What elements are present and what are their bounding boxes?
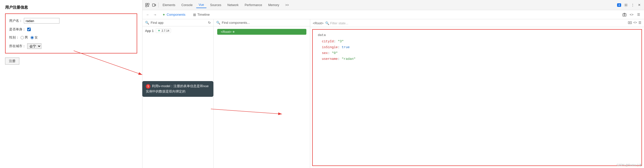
city-label: 所在城市：	[9, 44, 26, 48]
form-title: 用户注册信息	[5, 5, 137, 10]
app-1-label: App 1	[145, 29, 154, 33]
tab-timeline[interactable]: ⊞ Timeline	[190, 12, 213, 18]
state-search-icon: 🔍	[325, 21, 329, 25]
find-components-text: Find components...	[222, 21, 250, 25]
components-icon: ✦	[162, 13, 165, 17]
state-search: 🔍 Filter state...	[325, 21, 349, 25]
back-arrow[interactable]: ←	[145, 12, 151, 17]
root-button-label: <Root>	[221, 30, 232, 34]
topbar-divider-1	[158, 3, 159, 8]
left-panel: 用户注册信息 用户名： 是否单身： 性别： 男 女	[0, 0, 142, 168]
camera-icon[interactable]	[622, 12, 627, 17]
app-1-item[interactable]: App 1 ▼ 2.7.14	[143, 26, 213, 35]
tab-network[interactable]: Network	[225, 2, 241, 8]
prop-cityId: cityId: "3"	[318, 40, 636, 43]
state-root-label: <Root>	[313, 21, 324, 25]
tab-elements[interactable]: Elements	[160, 2, 178, 8]
svg-rect-11	[623, 14, 626, 16]
tab-vue[interactable]: Vue	[196, 2, 207, 8]
gender-label: 性别：	[9, 35, 19, 40]
data-section-title: data	[318, 33, 636, 37]
registration-form-box: 用户名： 是否单身： 性别： 男 女 所在城市：	[5, 13, 137, 53]
annotation-tooltip: 1利用v-model：注册的表单信息是和vue实例中的数据是双向绑定的	[142, 81, 213, 97]
state-icons: <> ☰	[628, 21, 641, 25]
devtools-panel: Elements Console Vue Sources Network Per…	[142, 0, 644, 168]
refresh-icon[interactable]: ↻	[208, 21, 211, 25]
timeline-icon: ⊞	[193, 13, 196, 17]
tooltip-number: 1	[146, 84, 150, 89]
find-app-search-icon: 🔍	[145, 21, 149, 25]
svg-point-12	[624, 14, 625, 15]
tab-sources[interactable]: Sources	[208, 2, 224, 8]
tab-more[interactable]: >>	[283, 2, 291, 8]
svg-rect-4	[148, 3, 149, 5]
submit-button[interactable]: 注册	[5, 58, 19, 65]
state-filter-text: Filter state...	[330, 21, 349, 25]
city-row: 所在城市： 会宁 北京 上海 广州	[9, 43, 133, 49]
tab-memory[interactable]: Memory	[266, 2, 282, 8]
svg-rect-13	[628, 22, 632, 24]
gender-radio-group: 男 女	[21, 35, 38, 40]
code-icon[interactable]: <>	[629, 12, 634, 17]
city-select[interactable]: 会宁 北京 上海 广州	[27, 43, 41, 49]
single-label: 是否单身：	[9, 27, 26, 32]
username-input[interactable]	[24, 18, 59, 24]
close-icon[interactable]: ✕	[636, 2, 642, 8]
components-searchbar: 🔍 Find components...	[214, 19, 310, 26]
state-camera-icon[interactable]	[628, 21, 632, 25]
gender-female-label[interactable]: 女	[30, 35, 38, 40]
components-panel: 🔍 Find components... <Root>	[214, 19, 310, 168]
root-dot	[233, 31, 234, 33]
root-button[interactable]: <Root>	[217, 29, 306, 35]
state-panel: <Root> 🔍 Filter state... <> ☰	[310, 19, 644, 168]
state-body: data cityId: "3" isSingle: true sex: "0"…	[312, 29, 642, 166]
svg-rect-5	[146, 5, 147, 7]
gender-male-text: 男	[25, 35, 28, 40]
prop-isSingle: isSingle: true	[318, 45, 636, 49]
components-search-icon: 🔍	[216, 21, 220, 25]
prop-username: username: "radan"	[318, 57, 636, 61]
badge-count: 4	[617, 3, 621, 7]
svg-rect-3	[146, 3, 147, 5]
menu-icon[interactable]: ☰	[636, 12, 641, 17]
vue-version-text: 2.7.14	[162, 29, 169, 32]
device-icon[interactable]	[151, 2, 157, 8]
state-code-icon[interactable]: <>	[633, 21, 637, 25]
svg-rect-8	[152, 4, 155, 6]
forward-arrow[interactable]: →	[152, 12, 158, 17]
more-vert-icon[interactable]: ⋮	[630, 2, 635, 8]
gender-female-text: 女	[35, 35, 38, 40]
devtools-topbar-right: 4 ⋮ ✕	[617, 2, 642, 8]
find-app-label: Find app	[151, 21, 164, 25]
gender-male-radio[interactable]	[21, 36, 24, 39]
svg-point-10	[625, 5, 626, 6]
vue-version-badge: ▼ 2.7.14	[156, 28, 171, 33]
find-app-searchbar: 🔍 Find app ↻	[143, 19, 213, 26]
tab-performance[interactable]: Performance	[242, 2, 265, 8]
svg-point-14	[629, 22, 630, 23]
settings-icon[interactable]	[623, 2, 629, 8]
single-checkbox[interactable]	[27, 28, 31, 31]
state-menu-icon[interactable]: ☰	[638, 21, 641, 25]
username-label: 用户名：	[9, 18, 22, 23]
gender-row: 性别： 男 女	[9, 35, 133, 40]
tab-components[interactable]: ✦ Components	[159, 12, 189, 18]
vue-logo: ▼	[158, 29, 161, 32]
devtools-secondbar: ← → ✦ Components ⊞ Timeline <> ☰	[143, 10, 644, 19]
prop-sex: sex: "0"	[318, 51, 636, 55]
tooltip-text: 利用v-model：注册的表单信息是和vue实例中的数据是双向绑定的	[146, 84, 209, 93]
single-row: 是否单身：	[9, 27, 133, 32]
tab-console[interactable]: Console	[179, 2, 195, 8]
components-label: Components	[167, 13, 185, 16]
svg-rect-9	[155, 4, 156, 6]
state-header: <Root> 🔍 Filter state... <> ☰	[310, 19, 644, 27]
devtools-topbar: Elements Console Vue Sources Network Per…	[143, 0, 644, 10]
devtools-content: 🔍 Find app ↻ App 1 ▼ 2.7.14 🔍 Find compo…	[143, 19, 644, 168]
gender-female-radio[interactable]	[30, 36, 34, 39]
watermark: CSDN @Radan小寒	[617, 163, 642, 167]
timeline-label: Timeline	[197, 13, 210, 16]
inspect-icon[interactable]	[145, 2, 150, 8]
username-row: 用户名：	[9, 18, 133, 24]
gender-male-label[interactable]: 男	[21, 35, 28, 40]
